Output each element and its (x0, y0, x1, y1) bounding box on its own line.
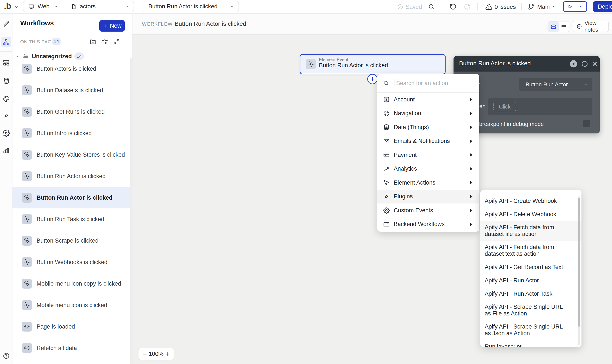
user-square-icon (383, 96, 390, 103)
platform-dropdown[interactable]: Web (24, 3, 66, 10)
workflow-list-item[interactable]: Refetch all data (13, 337, 133, 359)
workflow-list-item[interactable]: Button Datasets is clicked (13, 79, 133, 101)
rail-item-plugins[interactable] (3, 112, 10, 120)
workflow-list-item[interactable]: Button Intro is clicked (13, 122, 133, 144)
card-view-button[interactable] (548, 22, 559, 32)
workflow-list-item[interactable]: Button Webhooks is clicked (13, 251, 133, 273)
plugin-action-item[interactable]: Apify API - Fetch data from dataset file… (480, 221, 582, 241)
zoom-out-icon[interactable] (142, 351, 147, 357)
action-category-navigation[interactable]: Navigation (377, 107, 479, 120)
rail-item-settings[interactable] (3, 130, 10, 137)
credit-card-icon (383, 152, 390, 158)
run-play-icon[interactable] (569, 60, 578, 68)
plugin-action-item[interactable]: Apify API - Get Record as Text (480, 260, 582, 274)
plugin-action-item[interactable]: Apify API - Create Webhook (480, 194, 582, 208)
card-view-icon (550, 23, 557, 30)
click-placeholder-chip[interactable]: Click (493, 102, 516, 111)
plugin-action-item[interactable]: Run javascript (480, 340, 582, 347)
add-action-button[interactable] (367, 74, 378, 84)
plugin-action-label: Apify API - Fetch data from dataset file… (485, 224, 568, 237)
rail-item-design[interactable] (3, 20, 10, 28)
chevron-down-icon[interactable] (552, 4, 557, 9)
action-category-analytics[interactable]: Analytics (377, 162, 479, 176)
workflow-list-item[interactable]: Mobile menu icon copy is clicked (13, 273, 133, 294)
new-button-label: New (110, 23, 121, 29)
plugin-action-item[interactable]: Apify API - Delete Webhook (480, 208, 582, 221)
action-category-plugins[interactable]: Plugins (377, 190, 479, 204)
breakpoint-checkbox[interactable] (583, 120, 590, 127)
caret-down-icon[interactable] (15, 54, 20, 58)
rail-item-data[interactable] (3, 77, 10, 84)
chevron-down-icon[interactable] (14, 5, 19, 10)
node-title: Button Run Actor is clicked (319, 62, 388, 69)
action-category-data-things-[interactable]: Data (Things) (377, 120, 479, 134)
action-category-emails-notifications[interactable]: Emails & Notifications (377, 134, 479, 148)
check-circle-icon (397, 4, 403, 10)
workflow-list-item[interactable]: Button Actors is clicked (13, 58, 133, 79)
workflow-list-item[interactable]: Button Run Actor is clicked (13, 187, 133, 208)
pencil-icon (3, 20, 10, 28)
list-view-icon (561, 23, 567, 30)
list-view-button[interactable] (559, 22, 569, 32)
rail-item-styles[interactable] (3, 95, 10, 103)
view-notes-button[interactable]: View notes (573, 21, 609, 32)
panel-tools (90, 38, 120, 45)
action-category-payment[interactable]: Payment (377, 148, 479, 162)
action-category-account[interactable]: Account (377, 93, 479, 107)
panel-scrollbar[interactable] (130, 58, 132, 364)
workflow-list-item[interactable]: Button Key-Value Stores is clicked (13, 144, 133, 166)
element-dropdown[interactable]: Button Run Actor (519, 78, 592, 91)
issues-counter[interactable]: 0 issues (495, 4, 516, 10)
plugin-action-item[interactable]: Apify API - Run Actor (480, 274, 582, 287)
folder-plus-icon[interactable] (90, 38, 96, 45)
divider (521, 3, 522, 10)
workflow-list-item[interactable]: Mobile menu icon is clicked (13, 294, 133, 316)
undo-icon[interactable] (450, 3, 457, 10)
plugin-action-item[interactable]: Apify API - Fetch data from dataset text… (480, 241, 582, 260)
loader-icon (22, 322, 32, 332)
redo-icon[interactable] (464, 3, 471, 10)
workflow-item-label: Mobile menu icon is clicked (37, 302, 107, 309)
search-icon[interactable] (428, 3, 435, 10)
branch-label[interactable]: Main (537, 4, 550, 10)
cursor-click-icon (22, 171, 32, 181)
plugin-action-item[interactable]: Apify API - Scrape Single URL as File as… (480, 300, 582, 320)
rail-item-logs[interactable] (3, 147, 10, 154)
plugin-action-label: Apify API - Scrape Single URL as Json as… (485, 323, 568, 337)
workflow-list-item[interactable]: Button Scrape is clicked (13, 230, 133, 251)
bubble-logo[interactable]: .b (4, 1, 11, 11)
workflow-selector-dropdown[interactable]: Button Run Actor is clicked (143, 1, 239, 12)
action-search-field[interactable]: Search for an action (377, 74, 479, 93)
new-workflow-button[interactable]: New (99, 20, 125, 32)
database-icon (3, 77, 10, 84)
action-category-backend-workflows[interactable]: Backend Workflows (377, 218, 479, 231)
deploy-button[interactable]: Deploy (593, 1, 612, 12)
layout-boxes-icon (3, 59, 10, 66)
plugin-action-item[interactable]: Apify API - Run Actor Task (480, 287, 582, 300)
page-dropdown[interactable]: actors (66, 3, 133, 10)
workflow-list-item[interactable]: Page is loaded (13, 316, 133, 337)
rail-item-workflows[interactable] (3, 39, 10, 46)
plugin-action-item[interactable]: Apify API - Scrape Single URL as Json as… (480, 320, 582, 340)
submenu-scrollbar-thumb[interactable] (578, 198, 580, 327)
rail-item-responsive[interactable] (3, 59, 10, 66)
action-category-custom-events[interactable]: Custom Events (377, 204, 479, 218)
help-icon[interactable] (3, 352, 10, 360)
plug-icon (383, 193, 390, 200)
element-value: Button Run Actor (526, 81, 568, 88)
expand-icon[interactable] (114, 38, 120, 45)
zoom-in-icon[interactable] (165, 351, 170, 357)
workflow-list-item[interactable]: Button Get Runs is clicked (13, 101, 133, 122)
workflow-list-item[interactable]: Button Run Actor is clicked (13, 166, 133, 187)
close-icon[interactable] (592, 61, 598, 67)
event-node[interactable]: Element Event Button Run Actor is clicke… (300, 54, 446, 74)
workflow-item-label: Button Run Task is clicked (37, 216, 104, 223)
text-caret (395, 79, 395, 87)
action-category-element-actions[interactable]: Element Actions (377, 176, 479, 190)
preview-button[interactable] (563, 1, 587, 12)
comment-bubble-icon[interactable] (581, 60, 588, 68)
only-when-input[interactable]: Click (488, 98, 592, 115)
property-panel-header[interactable]: Button Run Actor is clicked (453, 56, 600, 72)
workflow-list-item[interactable]: Button Run Task is clicked (13, 208, 133, 230)
filter-sliders-icon[interactable] (102, 38, 108, 45)
